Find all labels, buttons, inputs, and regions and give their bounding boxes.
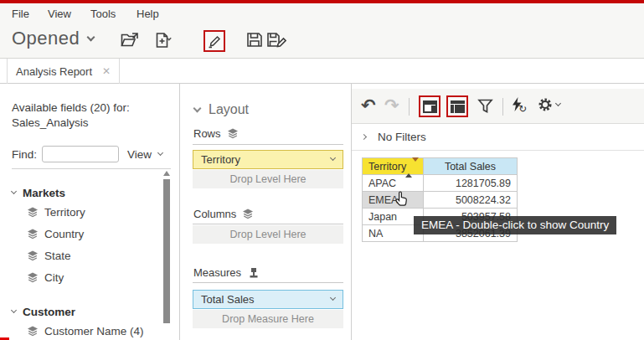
measures-drop-zone[interactable]: Drop Measure Here xyxy=(193,310,343,328)
layers-icon xyxy=(27,207,39,218)
hand-cursor xyxy=(395,191,410,210)
divider xyxy=(409,98,410,116)
field-territory[interactable]: Territory xyxy=(27,201,158,223)
view-dropdown[interactable]: View xyxy=(127,148,162,161)
settings-dropdown[interactable] xyxy=(538,97,560,112)
field-state[interactable]: State xyxy=(27,245,158,266)
gear-icon xyxy=(538,97,553,112)
rows-field-label: Territory xyxy=(201,153,240,166)
column-header-territory[interactable]: Territory xyxy=(363,158,424,175)
chevron-down-icon xyxy=(555,100,561,106)
columns-label: Columns xyxy=(193,208,254,220)
canvas-toolbar: ↶ ↷ ↻ xyxy=(352,89,644,124)
find-row: Find: View xyxy=(12,146,162,162)
open-folder-icon[interactable] xyxy=(121,32,139,51)
chevron-down-icon xyxy=(87,33,95,41)
table-row[interactable]: EMEA 5008224.32 xyxy=(363,192,518,209)
filter-button[interactable] xyxy=(477,99,493,117)
menu-tools[interactable]: Tools xyxy=(90,8,116,20)
undo-icon[interactable]: ↶ xyxy=(361,96,376,114)
field-label: Customer Name (4) xyxy=(44,325,144,337)
sort-icon[interactable] xyxy=(405,162,419,173)
field-label: Country xyxy=(44,228,84,240)
divider xyxy=(502,98,503,116)
tab-bar: Analysis Report ✕ xyxy=(0,59,644,84)
tree-group-customer[interactable]: Customer xyxy=(12,303,158,320)
rows-drop-zone[interactable]: Drop Level Here xyxy=(193,170,343,188)
toggle-title-band-button[interactable] xyxy=(446,95,468,117)
tab-analysis-report[interactable]: Analysis Report ✕ xyxy=(7,59,120,84)
field-label: City xyxy=(44,271,64,284)
rows-label: Rows xyxy=(193,127,239,140)
menu-file[interactable]: File xyxy=(12,8,29,20)
scrollbar-thumb[interactable] xyxy=(163,179,170,323)
menu-view[interactable]: View xyxy=(48,8,71,20)
layout-section-header[interactable]: Layout xyxy=(194,102,249,117)
no-filters-section[interactable]: No Filters xyxy=(352,124,644,151)
pencil-icon xyxy=(207,33,222,49)
layers-icon xyxy=(227,128,239,139)
menu-help[interactable]: Help xyxy=(137,8,159,20)
chevron-right-icon xyxy=(361,134,367,140)
fields-title-line2: Sales_Analysis xyxy=(12,116,162,131)
find-input[interactable] xyxy=(42,146,119,162)
table-header-row: Territory Total Sales xyxy=(363,158,518,175)
territory-cell[interactable]: APAC xyxy=(363,175,424,192)
tooltip: EMEA - Double-click to show Country xyxy=(414,216,616,234)
save-as-icon[interactable] xyxy=(266,32,286,51)
field-label: State xyxy=(44,250,71,262)
collapse-icon xyxy=(193,104,202,112)
layers-icon xyxy=(242,209,254,219)
field-country[interactable]: Country xyxy=(27,223,158,245)
opened-label: Opened xyxy=(12,28,80,49)
layers-icon xyxy=(27,272,39,283)
divider xyxy=(193,224,343,224)
redo-icon[interactable]: ↷ xyxy=(384,96,399,114)
menu-bar: File View Tools Help xyxy=(0,3,644,25)
rows-field-territory[interactable]: Territory xyxy=(193,150,343,169)
save-icon[interactable] xyxy=(246,32,263,51)
total-sales-cell: 1281705.89 xyxy=(424,175,518,192)
fields-tree: Markets Territory Country State City Cus… xyxy=(12,174,158,340)
field-city[interactable]: City xyxy=(27,266,158,288)
divider xyxy=(12,168,171,169)
edit-mode-button[interactable] xyxy=(204,30,225,52)
measures-field-total-sales[interactable]: Total Sales xyxy=(193,290,343,309)
refresh-icon: ↻ xyxy=(518,103,527,115)
fields-panel-title: Available fields (20) for: Sales_Analysi… xyxy=(12,100,162,131)
chevron-down-icon xyxy=(330,295,336,301)
scroll-up-icon[interactable] xyxy=(163,171,170,176)
opened-dropdown[interactable]: Opened xyxy=(12,28,94,49)
layout-panel: Layout Rows Territory Drop Level Here Co… xyxy=(181,84,352,340)
layout-band-icon xyxy=(423,100,437,113)
chevron-down-icon xyxy=(330,155,336,161)
no-filters-label: No Filters xyxy=(378,131,426,143)
field-customer-name[interactable]: Customer Name (4) xyxy=(27,320,158,340)
divider xyxy=(193,144,343,145)
tab-title: Analysis Report xyxy=(16,65,92,78)
group-label: Customer xyxy=(23,306,75,318)
chevron-down-icon xyxy=(157,149,163,155)
toggle-layout-band-button[interactable] xyxy=(419,95,440,117)
column-header-total-sales[interactable]: Total Sales xyxy=(424,158,518,175)
measures-label: Measures xyxy=(193,266,260,279)
refresh-data-button[interactable]: ↻ xyxy=(511,97,523,116)
table-row[interactable]: APAC 1281705.89 xyxy=(363,175,518,192)
layers-icon xyxy=(27,326,39,337)
group-label: Markets xyxy=(23,187,65,199)
layout-title: Layout xyxy=(209,102,249,117)
measure-icon xyxy=(247,267,260,279)
field-label: Territory xyxy=(44,206,85,219)
available-fields-panel: Available fields (20) for: Sales_Analysi… xyxy=(0,84,180,340)
territory-cell-hovered[interactable]: EMEA xyxy=(363,192,424,209)
find-label: Find: xyxy=(12,148,37,161)
tree-group-markets[interactable]: Markets xyxy=(12,184,158,201)
measures-field-label: Total Sales xyxy=(201,293,255,306)
view-label: View xyxy=(127,148,152,161)
funnel-icon xyxy=(477,99,493,114)
new-document-icon[interactable] xyxy=(155,32,175,52)
columns-drop-zone[interactable]: Drop Level Here xyxy=(193,225,343,244)
fields-scrollbar[interactable] xyxy=(162,167,171,340)
main-toolbar: Opened xyxy=(0,25,644,59)
tab-close-icon[interactable]: ✕ xyxy=(102,65,111,77)
